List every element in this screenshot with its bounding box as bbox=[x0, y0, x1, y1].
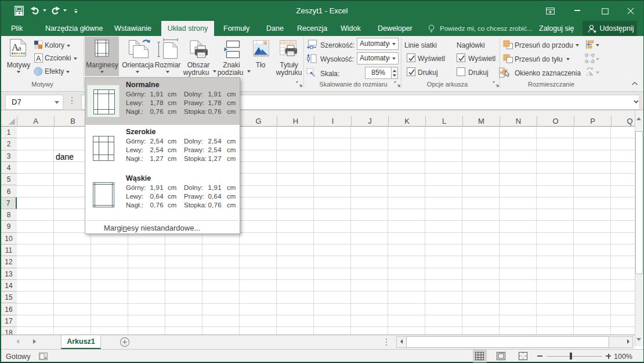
svg-text:A: A bbox=[36, 55, 41, 63]
svg-text:a: a bbox=[18, 44, 21, 52]
